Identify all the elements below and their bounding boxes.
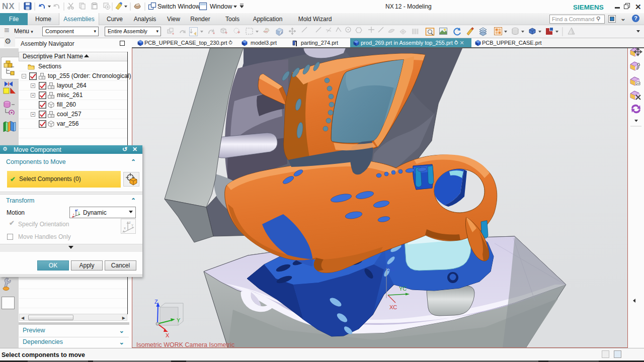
svg-text:X: X (166, 332, 170, 338)
svg-text:Z: Z (129, 221, 131, 224)
svg-text:Z: Z (154, 299, 158, 305)
svg-text:Isometric WORK Camera Isometri: Isometric WORK Camera Isometric (136, 341, 234, 348)
svg-text:X: X (124, 227, 126, 230)
svg-text:YC: YC (399, 286, 407, 292)
svg-text:Switch Window: Switch Window (157, 3, 201, 10)
svg-text:ZC: ZC (387, 266, 395, 272)
svg-text:Y: Y (78, 211, 80, 214)
svg-text:x: x (73, 213, 74, 216)
svg-text:Y: Y (131, 224, 133, 227)
svg-text:XC: XC (389, 304, 397, 310)
svg-text:Y: Y (177, 317, 181, 323)
svg-text:Window: Window (210, 3, 232, 10)
